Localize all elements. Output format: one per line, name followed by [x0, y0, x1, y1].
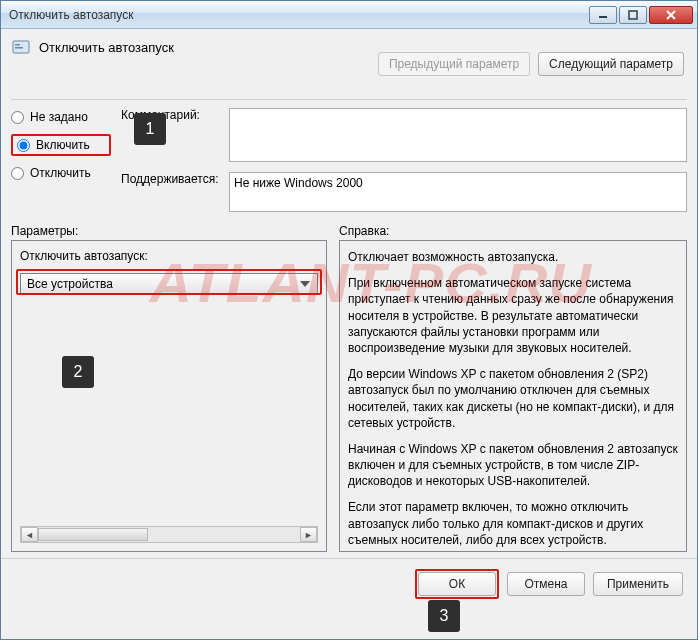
- supported-text: Не ниже Windows 2000: [234, 176, 363, 190]
- cancel-button[interactable]: Отмена: [507, 572, 585, 596]
- chevron-down-icon: [297, 277, 313, 291]
- radio-not-configured[interactable]: [11, 111, 24, 124]
- svg-rect-5: [15, 44, 20, 46]
- maximize-button[interactable]: [619, 6, 647, 24]
- apply-button[interactable]: Применить: [593, 572, 683, 596]
- help-p4: Начиная с Windows XP с пакетом обновлени…: [348, 441, 678, 490]
- horizontal-scrollbar[interactable]: ◄ ►: [20, 526, 318, 543]
- split-labels: Параметры: Справка:: [11, 224, 687, 238]
- comment-field[interactable]: [229, 108, 687, 162]
- svg-marker-7: [300, 281, 310, 287]
- nav-buttons: Предыдущий параметр Следующий параметр: [378, 52, 684, 76]
- top-grid: Не задано Включить Отключить Комментарий…: [1, 100, 697, 216]
- param-inner-label: Отключить автозапуск:: [20, 249, 318, 263]
- split-panels: Отключить автозапуск: Все устройства ◄ ►…: [11, 240, 687, 552]
- close-button[interactable]: [649, 6, 693, 24]
- policy-icon: [11, 37, 31, 57]
- supported-label: Поддерживается:: [121, 172, 221, 186]
- parameters-panel: Отключить автозапуск: Все устройства ◄ ►: [11, 240, 327, 552]
- radio-disabled-label: Отключить: [30, 166, 91, 180]
- radio-disabled[interactable]: [11, 167, 24, 180]
- gpo-editor-window: Отключить автозапуск Отключить автозапус…: [0, 0, 698, 640]
- help-p1: Отключает возможность автозапуска.: [348, 249, 678, 265]
- right-column: Комментарий: Поддерживается: Не ниже Win…: [121, 108, 687, 212]
- bottom-bar: ОК Отмена Применить: [1, 558, 697, 609]
- state-radio-group: Не задано Включить Отключить: [11, 108, 111, 212]
- annotation-badge-2: 2: [62, 356, 94, 388]
- next-setting-button[interactable]: Следующий параметр: [538, 52, 684, 76]
- combo-value: Все устройства: [27, 277, 113, 291]
- help-panel: Отключает возможность автозапуска. При в…: [339, 240, 687, 552]
- help-p2: При включенном автоматическом запуске си…: [348, 275, 678, 356]
- ok-button[interactable]: ОК: [418, 572, 496, 596]
- radio-enabled-label: Включить: [36, 138, 90, 152]
- supported-row: Поддерживается: Не ниже Windows 2000: [121, 172, 687, 212]
- scroll-right-icon[interactable]: ►: [300, 527, 317, 542]
- scroll-thumb[interactable]: [38, 528, 148, 541]
- radio-disabled-row: Отключить: [11, 166, 111, 180]
- annotation-badge-1: 1: [134, 113, 166, 145]
- comment-row: Комментарий:: [121, 108, 687, 162]
- autorun-target-combo[interactable]: Все устройства: [20, 273, 318, 295]
- scroll-left-icon[interactable]: ◄: [21, 527, 38, 542]
- supported-field: Не ниже Windows 2000: [229, 172, 687, 212]
- minimize-button[interactable]: [589, 6, 617, 24]
- ok-highlight: ОК: [415, 569, 499, 599]
- parameters-label: Параметры:: [11, 224, 327, 238]
- titlebar: Отключить автозапуск: [1, 1, 697, 29]
- prev-setting-button[interactable]: Предыдущий параметр: [378, 52, 530, 76]
- help-p5: Если этот параметр включен, то можно отк…: [348, 499, 678, 548]
- annotation-badge-3: 3: [428, 600, 460, 632]
- help-p3: До версии Windows XP с пакетом обновлени…: [348, 366, 678, 431]
- help-label: Справка:: [339, 224, 687, 238]
- window-controls: [589, 6, 693, 24]
- radio-enabled[interactable]: [17, 139, 30, 152]
- radio-not-configured-label: Не задано: [30, 110, 88, 124]
- svg-rect-6: [15, 47, 23, 49]
- radio-not-configured-row: Не задано: [11, 110, 111, 124]
- svg-rect-1: [629, 11, 637, 19]
- page-title: Отключить автозапуск: [39, 40, 174, 55]
- window-title: Отключить автозапуск: [9, 8, 589, 22]
- radio-enabled-highlight: Включить: [11, 134, 111, 156]
